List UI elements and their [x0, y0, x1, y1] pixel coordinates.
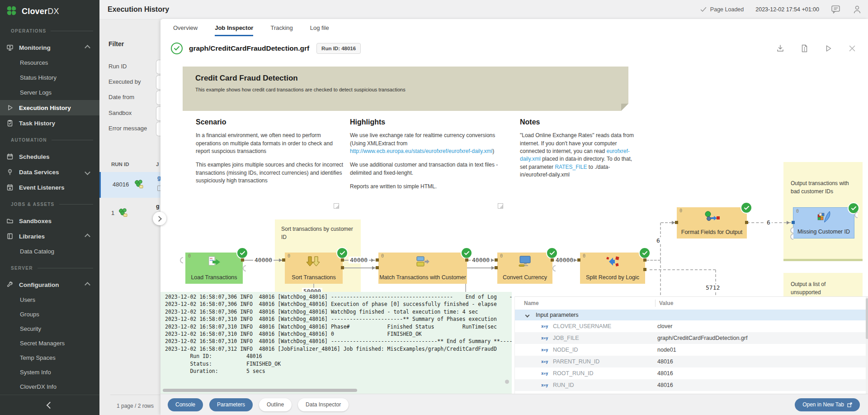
- sidebar-item-groups[interactable]: Groups: [0, 307, 99, 321]
- success-check-icon: [546, 247, 558, 259]
- open-port: [790, 234, 793, 240]
- success-check-icon: [848, 202, 859, 214]
- horizontal-scrollbar[interactable]: [163, 389, 357, 392]
- sidebar-item-monitoring[interactable]: Monitoring: [0, 40, 99, 55]
- user-avatar-icon[interactable]: [853, 5, 862, 14]
- rates-file-link[interactable]: RATES_FILE: [555, 164, 587, 170]
- sidebar-collapse-button[interactable]: [0, 395, 99, 415]
- sidebar-item-resources[interactable]: Resources: [0, 55, 99, 70]
- component-convert-currency[interactable]: 0 Convert Currency: [497, 253, 552, 284]
- sidebar-item-cloverdx-info[interactable]: CloverDX Info: [0, 379, 99, 394]
- ecb-rates-link[interactable]: http://www.ecb.europa.eu/stats/eurofxref…: [350, 148, 492, 154]
- parameter-row[interactable]: x=yPARENT_RUN_ID48016: [515, 356, 868, 367]
- component-format-fields[interactable]: 0 Format Fields for Output: [677, 207, 747, 239]
- component-match-transactions[interactable]: 0 Match Transactions with Customer: [378, 253, 467, 284]
- edge-split-down-vertical[interactable]: [660, 261, 661, 295]
- parameter-row[interactable]: x=yRUN_ID48016: [515, 379, 868, 391]
- parameter-row[interactable]: x=yROOT_RUN_ID48016: [515, 367, 868, 379]
- sidebar-item-execution-history[interactable]: Execution History: [0, 100, 99, 115]
- tab-log-file[interactable]: Log file: [310, 19, 329, 36]
- sidebar-item-status-history[interactable]: Status History: [0, 70, 99, 85]
- column-header-run-id[interactable]: RUN ID: [111, 162, 129, 167]
- graph-description-title: Credit Card Fraud Detection: [195, 74, 298, 83]
- sidebar-item-secret-managers[interactable]: Secret Managers: [0, 336, 99, 350]
- sidebar-item-data-catalog[interactable]: Data Catalog: [0, 244, 99, 259]
- edge-split-unsupported-vertical[interactable]: [715, 270, 716, 295]
- parameter-icon: x=y: [541, 324, 553, 329]
- filter-label-date-from: Date from: [108, 94, 134, 100]
- tab-job-inspector[interactable]: Job Inspector: [215, 19, 253, 36]
- pagination-text: 1 page / 2 rows: [110, 395, 160, 409]
- feedback-icon[interactable]: [831, 5, 841, 14]
- sidebar-item-server-logs[interactable]: Server Logs: [0, 85, 99, 100]
- run-list-row-1[interactable]: 1 g: [99, 200, 160, 226]
- sidebar-item-users[interactable]: Users: [0, 292, 99, 307]
- value-column-header[interactable]: Value: [659, 300, 673, 306]
- play-icon: [6, 104, 14, 111]
- component-missing-customer-id[interactable]: 0 Missing Customer ID: [793, 207, 854, 239]
- sidebar-item-system-info[interactable]: System Info: [0, 365, 99, 379]
- input-port: [792, 221, 795, 224]
- column-header-job-file[interactable]: J: [156, 162, 160, 167]
- run-again-icon[interactable]: [824, 44, 833, 53]
- edge-match-convert-2[interactable]: [467, 267, 495, 268]
- parameters-header-row: Name Value: [515, 297, 868, 310]
- output-port: [643, 258, 646, 262]
- expand-filter-panel-button[interactable]: [153, 212, 166, 225]
- tab-tracking[interactable]: Tracking: [270, 19, 292, 36]
- join-icon: [378, 256, 467, 267]
- parameter-row[interactable]: x=yJOB_FILEgraph/CreditCardFraudDetectio…: [515, 332, 868, 344]
- column-divider[interactable]: [655, 300, 656, 307]
- phase-marker[interactable]: [334, 203, 339, 209]
- parameter-row[interactable]: x=yCLOVER_USERNAMEclover: [515, 320, 868, 332]
- log-line: 2023-12-02 16:58:07,310 INFO 48016 [Watc…: [165, 323, 512, 330]
- sidebar-item-libraries[interactable]: Libraries: [0, 229, 99, 244]
- sidebar-item-configuration[interactable]: Configuration: [0, 277, 99, 292]
- graph-description-subtitle: This example shows how credit card trans…: [195, 87, 406, 92]
- parameters-panel: Name Value Input parameters x=yCLOVER_US…: [514, 296, 868, 394]
- sidebar-item-task-history[interactable]: Task History: [0, 115, 99, 131]
- open-in-new-tab-button[interactable]: Open in New Tab: [795, 398, 860, 411]
- sidebar-item-event-listeners[interactable]: Event Listeners: [0, 180, 99, 195]
- vertical-scrollbar[interactable]: [505, 380, 509, 384]
- sidebar-item-temp-spaces[interactable]: Temp Spaces: [0, 350, 99, 365]
- run-list-row-48016[interactable]: 48016 g: [99, 172, 162, 198]
- outline-toggle-button[interactable]: Outline: [259, 398, 292, 411]
- run-id-badge: Run ID: 48016: [316, 43, 361, 54]
- name-column-header[interactable]: Name: [524, 300, 655, 306]
- arrowhead: [672, 221, 675, 224]
- console-log-panel[interactable]: 2023-12-02 16:58:07,306 INFO 48016 [Watc…: [160, 292, 512, 394]
- app-logo[interactable]: CloverDX: [0, 0, 99, 22]
- download-log-icon[interactable]: [776, 44, 785, 53]
- parameter-icon: x=y: [541, 371, 553, 376]
- parameter-row[interactable]: x=yNODE_IDnode01: [515, 344, 868, 356]
- scenario-column: Scenario In a financial environment, we …: [196, 117, 345, 191]
- sidebar-item-schedules[interactable]: Schedules: [0, 149, 99, 164]
- component-load-transactions[interactable]: 0 Load Transactions: [185, 253, 243, 284]
- sidebar-item-data-services[interactable]: Data Services: [0, 164, 99, 180]
- log-line: 2023-12-02 16:58:07,312 INFO 48016 [JobF…: [165, 345, 512, 353]
- console-toggle-button[interactable]: Console: [168, 398, 203, 411]
- chevron-left-icon: [46, 401, 53, 409]
- edge-count: 40000: [253, 257, 274, 263]
- edge-split-unsupported[interactable]: [650, 269, 716, 270]
- close-icon[interactable]: [848, 44, 857, 53]
- component-sort-transactions[interactable]: 0 Sort Transactions: [285, 253, 343, 284]
- input-port: [577, 258, 580, 262]
- scrollbar-thumb[interactable]: [866, 298, 868, 339]
- data-inspector-toggle-button[interactable]: Data Inspector: [298, 398, 349, 411]
- edge-sort-match-2[interactable]: [343, 267, 377, 268]
- edge-split-up[interactable]: [646, 260, 660, 261]
- component-split-record[interactable]: 0 Split Record by Logic: [580, 253, 645, 284]
- input-port: [376, 266, 379, 269]
- graph-description-note[interactable]: Credit Card Fraud Detection This example…: [183, 67, 628, 111]
- parameters-toggle-button[interactable]: Parameters: [209, 398, 253, 411]
- input-parameters-group-row[interactable]: Input parameters: [515, 310, 868, 320]
- sidebar-item-security[interactable]: Security: [0, 321, 99, 336]
- tab-overview[interactable]: Overview: [173, 19, 198, 36]
- log-file-icon[interactable]: [800, 44, 809, 53]
- open-port: [552, 265, 556, 272]
- sticky-note-unsupported[interactable]: Output a list of unsupportedcurrency: [783, 273, 863, 296]
- phase-marker[interactable]: [498, 203, 503, 209]
- sidebar-item-sandboxes[interactable]: Sandboxes: [0, 213, 99, 229]
